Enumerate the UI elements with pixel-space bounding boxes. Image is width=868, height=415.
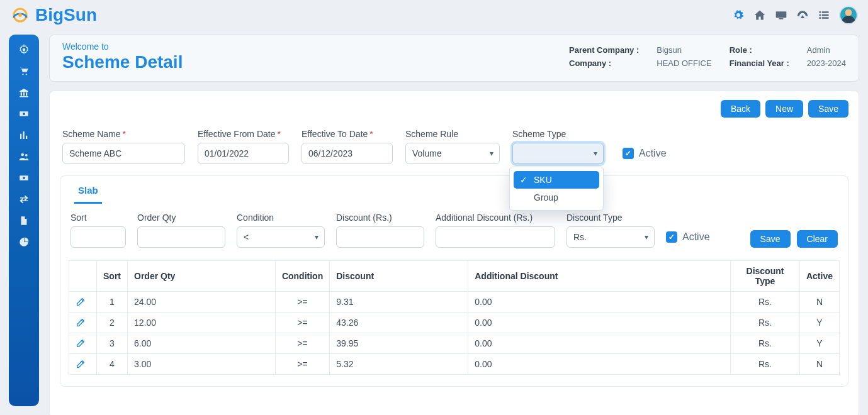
svg-rect-8 — [820, 17, 821, 19]
cell-dtype: Rs. — [730, 353, 799, 374]
cell-sort: 3 — [97, 333, 128, 353]
edit-icon[interactable] — [76, 318, 90, 328]
discount-input[interactable] — [336, 226, 424, 248]
cell-disc: 5.32 — [330, 353, 468, 374]
edit-icon[interactable] — [76, 338, 90, 348]
order-qty-input[interactable] — [137, 226, 225, 248]
edit-icon[interactable] — [76, 297, 90, 307]
side-cash2-icon[interactable] — [18, 172, 30, 184]
cell-add: 0.00 — [468, 291, 731, 312]
th-discount: Discount — [330, 260, 468, 291]
scheme-type-label: Scheme Type — [512, 129, 604, 139]
cell-sort: 4 — [97, 353, 128, 374]
side-doc-icon[interactable] — [18, 214, 30, 227]
role-label: Role : — [730, 45, 789, 55]
cell-active: Y — [799, 312, 839, 333]
svg-rect-7 — [822, 14, 829, 16]
cell-add: 0.00 — [468, 333, 731, 353]
dashboard-icon[interactable] — [796, 9, 809, 21]
cell-active: N — [799, 291, 839, 312]
scheme-type-dropdown: ✓ SKU Group — [509, 167, 604, 211]
user-avatar[interactable] — [839, 6, 858, 25]
side-transfer-icon[interactable] — [18, 193, 30, 206]
table-row: 36.00>=39.950.00Rs.Y — [69, 333, 840, 353]
sort-label: Sort — [70, 213, 126, 223]
discount-type-label: Discount Type — [566, 213, 655, 223]
scheme-name-label: Scheme Name* — [62, 129, 185, 139]
side-gear-icon[interactable] — [18, 43, 30, 56]
page-title: Scheme Detail — [62, 53, 183, 72]
cell-cond: >= — [275, 353, 329, 374]
condition-select[interactable] — [237, 226, 325, 248]
home-icon[interactable] — [753, 9, 766, 21]
fy-value: 2023-2024 — [807, 58, 846, 68]
scheme-type-option-sku[interactable]: ✓ SKU — [514, 171, 599, 189]
svg-point-1 — [18, 13, 22, 17]
side-bank-icon[interactable] — [18, 86, 30, 99]
side-chart-icon[interactable] — [18, 129, 30, 141]
cell-cond: >= — [275, 291, 329, 312]
th-active: Active — [799, 260, 839, 291]
cell-qty: 6.00 — [128, 333, 276, 353]
svg-point-14 — [23, 113, 25, 115]
cell-dtype: Rs. — [730, 312, 799, 333]
cell-disc: 39.95 — [330, 333, 468, 353]
cell-disc: 43.26 — [330, 312, 468, 333]
side-users-icon[interactable] — [18, 150, 30, 163]
scheme-rule-label: Scheme Rule — [405, 129, 500, 139]
cell-dtype: Rs. — [730, 333, 799, 353]
brand-link[interactable]: BigSun — [10, 5, 97, 25]
cell-sort: 2 — [97, 312, 128, 333]
slab-save-button[interactable]: Save — [750, 230, 791, 248]
svg-point-12 — [26, 74, 27, 75]
list-icon[interactable] — [818, 9, 830, 21]
scheme-type-option-group[interactable]: Group — [514, 189, 599, 206]
cell-active: N — [799, 353, 839, 374]
svg-point-16 — [25, 154, 28, 157]
scheme-type-option-group-label: Group — [534, 192, 558, 202]
svg-point-18 — [23, 177, 25, 179]
side-cart-icon[interactable] — [18, 65, 30, 77]
eff-from-input[interactable] — [198, 143, 289, 164]
cell-cond: >= — [275, 333, 329, 353]
parent-company-label: Parent Company : — [569, 45, 639, 55]
discount-label: Discount (Rs.) — [336, 213, 424, 223]
svg-point-15 — [21, 153, 25, 157]
active-checkbox[interactable]: ✓ — [623, 148, 634, 159]
th-additional: Additional Discount — [468, 260, 731, 291]
cell-qty: 24.00 — [128, 291, 276, 312]
new-button[interactable]: New — [765, 100, 803, 118]
th-condition: Condition — [275, 260, 329, 291]
company-label: Company : — [569, 58, 639, 68]
eff-to-input[interactable] — [302, 143, 393, 164]
back-button[interactable]: Back — [721, 100, 760, 118]
slab-active-checkbox[interactable]: ✓ — [666, 231, 677, 243]
slab-clear-button[interactable]: Clear — [797, 230, 838, 248]
scheme-type-select[interactable] — [512, 143, 604, 164]
tab-slab[interactable]: Slab — [74, 176, 102, 204]
gear-icon[interactable] — [732, 9, 745, 21]
welcome-text: Welcome to — [62, 42, 183, 52]
side-cash-icon[interactable] — [18, 108, 30, 120]
brand-logo-icon — [10, 5, 30, 25]
scheme-type-option-sku-label: SKU — [534, 175, 552, 185]
th-sort: Sort — [97, 260, 128, 291]
edit-icon[interactable] — [76, 359, 90, 369]
scheme-name-input[interactable] — [62, 143, 185, 164]
svg-point-10 — [23, 48, 26, 52]
svg-rect-2 — [776, 11, 787, 18]
save-top-button[interactable]: Save — [808, 100, 848, 118]
cell-sort: 1 — [97, 291, 128, 312]
sidebar — [9, 35, 39, 406]
additional-discount-input[interactable] — [436, 226, 555, 248]
slab-active-label: Active — [682, 231, 710, 243]
scheme-rule-select[interactable] — [405, 143, 500, 164]
discount-type-select[interactable] — [566, 226, 655, 248]
side-pie-icon[interactable] — [18, 236, 30, 248]
svg-rect-4 — [820, 11, 821, 13]
order-qty-label: Order Qty — [137, 213, 225, 223]
cell-dtype: Rs. — [730, 291, 799, 312]
sort-input[interactable] — [70, 226, 126, 248]
svg-rect-3 — [779, 18, 784, 19]
screen-icon[interactable] — [775, 9, 787, 21]
